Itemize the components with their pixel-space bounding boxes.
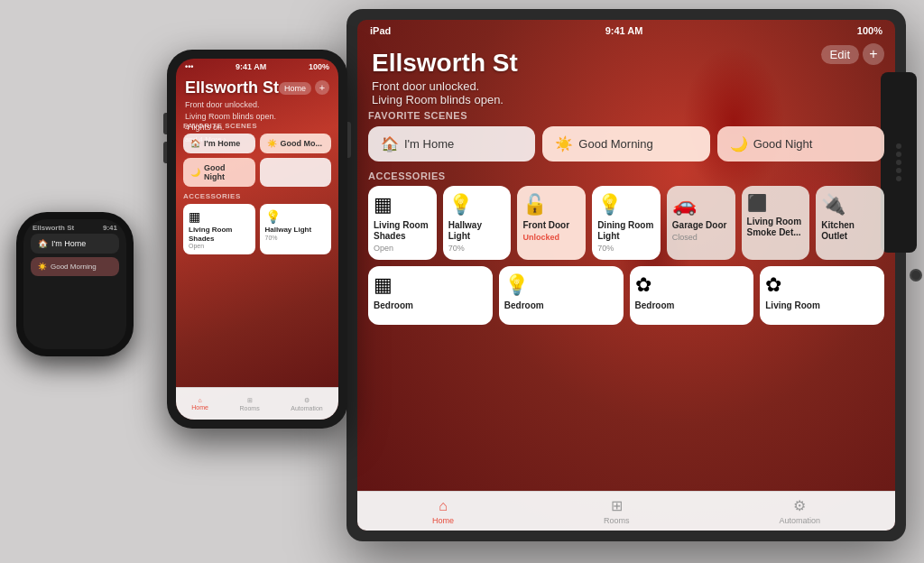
iphone-tab-home[interactable]: ⌂ Home — [191, 397, 208, 411]
ipad-morning-scene-label: Good Morning — [578, 137, 652, 151]
ipad-status-bar: iPad 9:41 AM 100% — [357, 20, 895, 42]
iphone-night-icon: 🌙 — [190, 168, 200, 177]
iphone-status-bar: ••• 9:41 AM 100% — [176, 59, 338, 75]
ipad-tab-automation[interactable]: ⚙ Automation — [779, 497, 820, 525]
iphone-hallway-name: Hallway Light — [265, 226, 327, 235]
iphone-hallway-icon: 💡 — [265, 209, 327, 224]
iphone-content: Favorite Scenes 🏠 I'm Home ☀️ Good Mo...… — [176, 122, 338, 387]
iphone-im-home-card[interactable]: 🏠 I'm Home — [183, 134, 255, 153]
iphone-vol-down — [163, 142, 167, 163]
ipad-tab-rooms[interactable]: ⊞ Rooms — [604, 497, 630, 525]
iphone-shades-card[interactable]: ▦ Living Room Shades Open — [183, 204, 255, 254]
ipad-bedroom-shades-card[interactable]: ▦ Bedroom — [368, 266, 493, 325]
ipad-garage-name: Garage Door — [672, 220, 727, 231]
iphone-add-button[interactable]: + — [315, 80, 329, 95]
iphone-hallway-card[interactable]: 💡 Hallway Light 70% — [260, 204, 332, 254]
iphone-home-icon: 🏠 — [190, 139, 200, 148]
watch-location: Ellsworth St — [32, 224, 74, 232]
iphone-device: ••• 9:41 AM 100% Home + Ellsworth St Fro… — [167, 50, 347, 429]
iphone-tab-automation[interactable]: ⚙ Automation — [291, 397, 322, 411]
ipad-garage-status: Closed — [672, 233, 698, 242]
ipad-garage-card[interactable]: 🚗 Garage Door Closed — [667, 186, 735, 260]
iphone-accessories-label: Accessories — [183, 192, 331, 200]
iphone-accessories-grid: ▦ Living Room Shades Open 💡 Hallway Ligh… — [183, 204, 331, 254]
ipad-bedroom-light-name: Bedroom — [504, 300, 544, 311]
ipad-screen: iPad 9:41 AM 100% Ellsworth St Front doo… — [357, 20, 895, 531]
iphone-tab-home-icon: ⌂ — [199, 397, 202, 403]
watch-screen: Ellsworth St 9:41 🏠 I'm Home ☀️ Good Mor… — [23, 219, 126, 349]
speaker-dot-1 — [896, 143, 901, 149]
iphone-scenes-grid: 🏠 I'm Home ☀️ Good Mo... 🌙 Good Night — [183, 134, 331, 187]
ipad-outlet-icon: 🔌 — [821, 193, 845, 217]
ipad-living-room-fan-card[interactable]: ✿ Living Room — [760, 266, 884, 325]
iphone-tab-bar: ⌂ Home ⊞ Rooms ⚙ Automation — [176, 387, 338, 420]
ipad-scenes-label: Favorite Scenes — [368, 110, 884, 121]
ipad-device: iPad 9:41 AM 100% Ellsworth St Front doo… — [346, 9, 906, 541]
ipad-night-scene-icon: 🌙 — [730, 135, 748, 152]
ipad-door-status: Unlocked — [522, 233, 559, 242]
ipad-good-morning-card[interactable]: ☀️ Good Morning — [542, 126, 709, 162]
ipad-dining-name: Dining Room Light — [597, 220, 655, 242]
ipad-living-room-fan-icon: ✿ — [765, 273, 781, 297]
ipad-auto-tab-label: Automation — [779, 516, 820, 525]
ipad-tab-bar: ⌂ Home ⊞ Rooms ⚙ Automation — [357, 491, 895, 531]
ipad-outlet-card[interactable]: 🔌 Kitchen Outlet — [816, 186, 884, 260]
main-scene: Ellsworth St 9:41 🏠 I'm Home ☀️ Good Mor… — [0, 0, 924, 563]
ipad-auto-tab-icon: ⚙ — [793, 497, 806, 514]
ipad-door-card[interactable]: 🔓 Front Door Unlocked — [517, 186, 586, 260]
ipad-tab-home[interactable]: ⌂ Home — [432, 498, 454, 525]
ipad-home-scene-icon: 🏠 — [381, 135, 399, 152]
ipad-good-night-card[interactable]: 🌙 Good Night — [717, 126, 884, 162]
iphone-edit-button[interactable]: Home — [279, 82, 311, 95]
ipad-night-scene-label: Good Night — [753, 137, 813, 151]
ipad-shades-name: Living Room Shades — [374, 220, 431, 242]
iphone-morning-icon: ☀️ — [267, 139, 277, 148]
ipad-hallway-name: Hallway Light — [448, 220, 506, 242]
ipad-bedroom-fan-icon: ✿ — [635, 273, 651, 297]
watch-time: 9:41 — [103, 224, 117, 232]
ipad-home-scene-label: I'm Home — [404, 137, 454, 151]
ipad-smoke-card[interactable]: ⬛ Living Room Smoke Det... — [742, 186, 810, 260]
iphone-shades-name: Living Room Shades — [189, 226, 250, 243]
ipad-accessories-grid: ▦ Living Room Shades Open 💡 Hallway Ligh… — [368, 186, 884, 260]
ipad-subtitle-line1: Front door unlocked. — [372, 79, 479, 93]
ipad-scenes-row: 🏠 I'm Home ☀️ Good Morning 🌙 Good Night — [368, 126, 884, 162]
iphone-good-morning-card[interactable]: ☀️ Good Mo... — [260, 134, 332, 153]
speaker-dot-2 — [896, 152, 901, 157]
ipad-bedroom-fan-card[interactable]: ✿ Bedroom — [630, 266, 754, 325]
ipad-header: Ellsworth St Front door unlocked. Living… — [357, 42, 895, 106]
iphone-side-button — [347, 122, 351, 158]
watch-good-morning-card[interactable]: ☀️ Good Morning — [31, 257, 119, 276]
ipad-subtitle: Front door unlocked. Living Room blinds … — [372, 79, 881, 106]
ipad-shades-icon: ▦ — [374, 193, 393, 217]
iphone-tab-rooms-icon: ⊞ — [247, 397, 253, 404]
iphone-subtitle-line2: Living Room blinds open. — [185, 112, 276, 121]
iphone-tab-auto-label: Automation — [291, 405, 322, 411]
ipad-living-room-fan-name: Living Room — [765, 300, 820, 311]
ipad-bedroom-light-icon: 💡 — [504, 273, 529, 297]
speaker-dot-3 — [896, 160, 901, 165]
ipad-bedroom-fan-name: Bedroom — [635, 300, 675, 311]
ipad-rooms-tab-icon: ⊞ — [611, 497, 623, 514]
ipad-im-home-card[interactable]: 🏠 I'm Home — [368, 126, 535, 162]
ipad-subtitle-line2: Living Room blinds open. — [372, 93, 504, 106]
iphone-scenes-label: Favorite Scenes — [183, 122, 331, 130]
ipad-title: Ellsworth St — [372, 49, 881, 78]
iphone-night-label: Good Night — [204, 163, 248, 181]
ipad-hallway-card[interactable]: 💡 Hallway Light 70% — [443, 186, 512, 260]
ipad-shades-card[interactable]: ▦ Living Room Shades Open — [368, 186, 437, 260]
watch-morning-label: Good Morning — [51, 263, 97, 271]
iphone-vol-up — [163, 113, 167, 134]
watch-im-home-card[interactable]: 🏠 I'm Home — [31, 234, 119, 254]
iphone-tab-rooms[interactable]: ⊞ Rooms — [240, 397, 260, 411]
ipad-home-button[interactable] — [910, 269, 922, 282]
speaker-dot-4 — [896, 168, 901, 173]
apple-watch: Ellsworth St 9:41 🏠 I'm Home ☀️ Good Mor… — [16, 212, 134, 356]
ipad-dining-status: 70% — [597, 244, 614, 253]
ipad-dining-card[interactable]: 💡 Dining Room Light 70% — [592, 186, 661, 260]
ipad-bedroom-light-card[interactable]: 💡 Bedroom — [499, 266, 624, 325]
iphone-good-night-card[interactable]: 🌙 Good Night — [183, 158, 255, 187]
ipad-outlet-name: Kitchen Outlet — [821, 220, 879, 242]
ipad-garage-icon: 🚗 — [672, 193, 697, 217]
iphone-shades-status: Open — [189, 243, 250, 249]
